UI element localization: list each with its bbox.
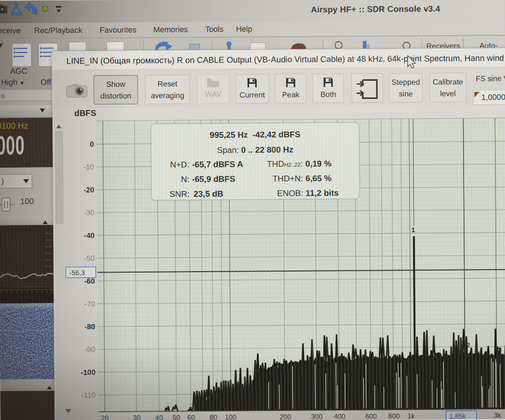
svg-text:50: 50 [173,414,180,420]
svg-text:30: 30 [133,414,140,420]
svg-text:60: 60 [187,413,195,420]
svg-text:-30dBm: -30dBm [45,232,53,235]
svg-text:-40: -40 [84,231,94,239]
svg-text:-20: -20 [83,186,94,194]
svg-text:-100: -100 [81,368,95,376]
svg-text:-70: -70 [84,300,95,308]
svg-text:400: 400 [334,412,345,420]
svg-text:1,85k: 1,85k [449,412,466,420]
svg-text:80: 80 [210,413,217,420]
svg-text:600: 600 [365,412,377,420]
svg-text:-80dBm: -80dBm [45,265,53,268]
svg-text:-10: -10 [83,163,94,171]
svg-text:-70dBm: -70dBm [45,258,53,261]
svg-text:200: 200 [280,413,291,420]
svg-text:1: 1 [411,226,415,234]
svg-text:20: 20 [101,414,109,420]
svg-text:-56,3: -56,3 [69,269,85,277]
svg-text:100: 100 [225,413,236,420]
svg-text:-50: -50 [84,254,94,262]
svg-text:-60: -60 [84,277,95,285]
svg-text:1k: 1k [408,412,415,419]
svg-text:0: 0 [90,140,94,148]
svg-text:800: 800 [388,412,400,420]
svg-text:40: 40 [156,414,163,420]
svg-text:-40dBm: -40dBm [45,239,53,241]
svg-text:-110: -110 [81,391,95,399]
svg-text:-50dBm: -50dBm [45,245,53,248]
svg-text:-30: -30 [84,208,94,217]
svg-text:-90: -90 [85,345,95,353]
svg-text:-60dBm: -60dBm [45,252,53,254]
svg-text:3k: 3k [494,411,501,419]
svg-text:300: 300 [311,413,323,420]
svg-text:-80: -80 [84,323,95,331]
